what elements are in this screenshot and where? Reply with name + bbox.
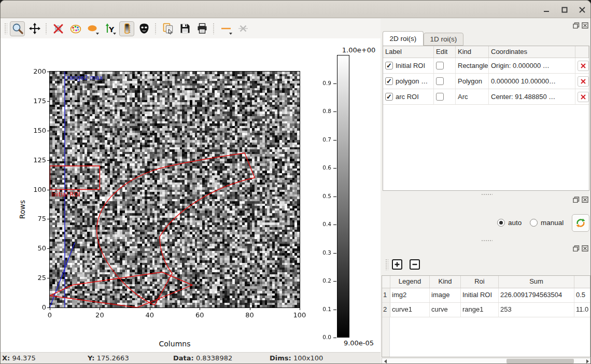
tick-mark: [47, 131, 49, 131]
dock-close-icon[interactable]: [582, 22, 588, 29]
tick-mark: [47, 248, 49, 249]
crosshair-button[interactable]: [51, 21, 66, 36]
ytick-label: 75: [21, 215, 46, 222]
pan-arrows-icon: [29, 22, 41, 35]
right-dock-area: 2D roi(s) 1D roi(s) Label Edit Kind Coor…: [382, 18, 591, 364]
scrollbar-thumb[interactable]: [506, 359, 574, 363]
refresh-icon: [575, 218, 586, 228]
red-x-icon: [581, 79, 586, 84]
tick-mark: [333, 281, 336, 282]
ytick-label: 175: [21, 97, 46, 105]
delete-roi-button[interactable]: [578, 92, 589, 102]
delete-roi-button[interactable]: [578, 61, 589, 71]
remove-item-button[interactable]: [408, 258, 421, 271]
dock-float-icon[interactable]: [573, 22, 580, 29]
save-plot-button[interactable]: [177, 21, 192, 36]
xtick-label: 40: [137, 311, 162, 319]
roi-shape[interactable]: [97, 153, 255, 305]
maximize-button[interactable]: [558, 4, 571, 16]
ctick-label: 0.8: [311, 108, 331, 114]
refresh-button[interactable]: [572, 214, 589, 232]
stats-row-img2[interactable]: 1 img2 image Initial ROI 226.00917945635…: [382, 288, 590, 303]
dropdown-arrow-icon: [96, 33, 99, 35]
dock-close-icon[interactable]: [582, 245, 588, 251]
edit-checkbox[interactable]: [436, 62, 444, 69]
manual-radio-label[interactable]: manual: [541, 219, 564, 227]
colorbar-icon: [121, 22, 133, 35]
dropdown-arrow-icon: [113, 33, 116, 35]
tick-mark: [47, 190, 49, 190]
auto-radio[interactable]: [497, 219, 505, 227]
scroll-right-arrow[interactable]: [584, 358, 590, 364]
status-x: X: 94.375: [2, 354, 36, 362]
edit-checkbox[interactable]: [436, 93, 444, 101]
toolbar-handle[interactable]: [385, 259, 388, 270]
zoom-mode-button[interactable]: [10, 21, 25, 36]
copy-plot-button[interactable]: [160, 21, 175, 36]
y-axis-orientation-button[interactable]: Y: [102, 21, 117, 36]
splitter-handle[interactable]: [481, 193, 492, 195]
auto-radio-label[interactable]: auto: [508, 219, 522, 227]
splitter-handle[interactable]: [481, 240, 492, 242]
edit-checkbox[interactable]: [436, 77, 444, 85]
crosshair-off-icon: [52, 22, 65, 35]
dock-controls: [573, 245, 588, 251]
colorbar-gradient[interactable]: [337, 55, 349, 338]
dock-close-icon[interactable]: [582, 197, 588, 203]
visibility-checkbox[interactable]: ✓: [385, 77, 393, 85]
symbol-off-icon: [237, 22, 249, 35]
tick-mark: [47, 72, 49, 72]
toolbar-handle[interactable]: [4, 23, 7, 34]
tick-mark: [47, 160, 49, 161]
ctick-label: 0.9: [311, 80, 331, 86]
tab-1d-rois[interactable]: 1D roi(s): [424, 33, 463, 46]
colormap-button[interactable]: [68, 21, 83, 36]
maximize-icon: [561, 7, 568, 13]
close-button[interactable]: [576, 4, 588, 16]
ctick-label: 0.2: [311, 277, 331, 284]
tick-mark: [47, 278, 49, 278]
add-item-button[interactable]: [390, 258, 404, 271]
symbol-style-button[interactable]: [235, 21, 250, 36]
colorbar-toggle-button[interactable]: [119, 21, 134, 36]
curve-style-button[interactable]: [218, 21, 233, 36]
scroll-left-arrow[interactable]: [382, 358, 389, 364]
print-plot-button[interactable]: [194, 21, 209, 36]
roi-overlay[interactable]: range2 maxInitial ROI: [50, 72, 300, 307]
tick-mark: [250, 308, 250, 310]
visibility-checkbox[interactable]: ✓: [385, 93, 393, 101]
toolbar-separator: [154, 23, 157, 34]
manual-radio[interactable]: [530, 219, 538, 227]
tab-2d-rois[interactable]: 2D roi(s): [383, 31, 424, 46]
title-bar[interactable]: [1, 1, 590, 18]
minimize-icon: [543, 7, 550, 13]
visibility-checkbox[interactable]: ✓: [385, 62, 393, 69]
tick-mark: [333, 225, 336, 225]
magnifier-icon: [11, 22, 24, 35]
roi-shape[interactable]: [50, 272, 192, 307]
roi-shape[interactable]: [50, 166, 100, 190]
roi-row-initial[interactable]: ✓Initial ROI Rectangle Origin: 0.000000 …: [383, 58, 589, 74]
horizontal-scrollbar[interactable]: [382, 358, 590, 364]
roi-shape[interactable]: [50, 243, 75, 307]
mask-tool-button[interactable]: [136, 21, 151, 36]
stats-row-curve1[interactable]: 2 curve1 curve range1 253 11.0: [382, 303, 590, 317]
dock-float-icon[interactable]: [573, 197, 580, 203]
pan-mode-button[interactable]: [27, 21, 42, 36]
tick-mark: [300, 308, 300, 310]
tick-mark: [100, 308, 100, 310]
xtick-label: 60: [187, 311, 212, 319]
ctick-label: 0.4: [311, 221, 331, 227]
minimize-button[interactable]: [540, 4, 553, 16]
roi-row-polygon[interactable]: ✓polygon … Polygon 0.000000 10.00000…: [383, 74, 589, 89]
delete-roi-button[interactable]: [578, 76, 589, 87]
xtick-label: 80: [237, 311, 262, 319]
ytick-label: 150: [21, 127, 46, 134]
ctick-label: 0.1: [311, 306, 331, 312]
roi-row-arc[interactable]: ✓arc ROI Arc Center: 91.488850 …: [383, 89, 589, 105]
dock-float-icon[interactable]: [573, 245, 580, 251]
status-bar: X: 94.375 Y: 175.2663 Data: 0.8338982 Di…: [1, 352, 381, 364]
ellipse-shape-button[interactable]: [85, 21, 100, 36]
ytick-label: 25: [21, 274, 46, 282]
right-triangle-icon: [585, 359, 589, 363]
